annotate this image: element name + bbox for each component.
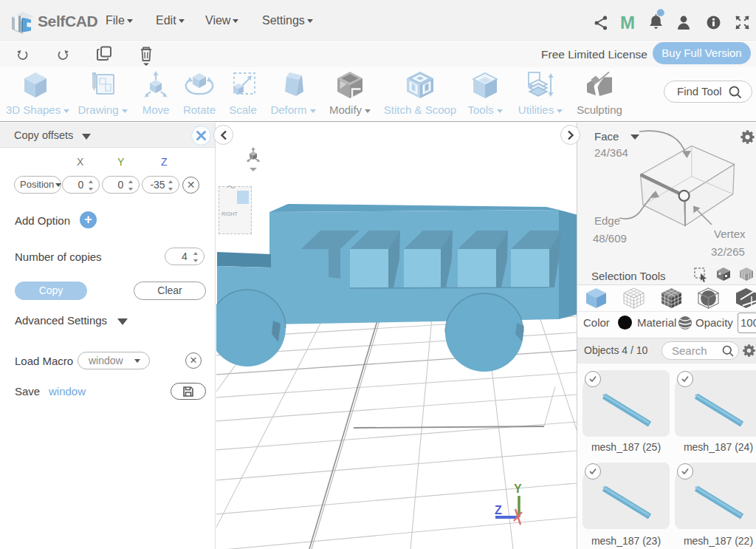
svg-text:Y: Y bbox=[514, 482, 522, 495]
svg-text:Z: Z bbox=[495, 504, 502, 516]
